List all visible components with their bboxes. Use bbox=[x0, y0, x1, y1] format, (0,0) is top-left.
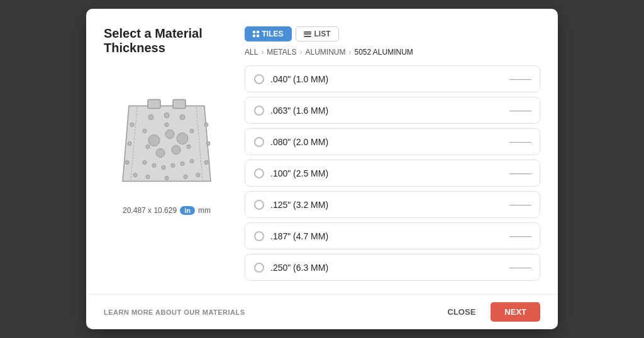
thickness-left: .125" (3.2 MM) bbox=[254, 200, 328, 210]
price-dash: —— bbox=[509, 198, 531, 211]
svg-point-16 bbox=[152, 164, 156, 168]
svg-rect-2 bbox=[173, 100, 186, 109]
breadcrumb: ALL › METALS › ALUMINUM › 5052 ALUMINUM bbox=[245, 48, 540, 57]
svg-point-34 bbox=[196, 173, 200, 177]
material-thickness-modal: Select a Material Thickness bbox=[86, 9, 558, 329]
footer-buttons: CLOSE NEXT bbox=[439, 302, 540, 322]
close-button[interactable]: CLOSE bbox=[439, 303, 485, 320]
thickness-label: .187" (4.7 MM) bbox=[270, 231, 328, 241]
thickness-item[interactable]: .080" (2.0 MM) —— bbox=[245, 128, 540, 155]
svg-point-13 bbox=[143, 129, 147, 133]
thickness-left: .063" (1.6 MM) bbox=[254, 106, 328, 116]
next-button[interactable]: NEXT bbox=[491, 302, 540, 322]
radio-circle bbox=[254, 200, 264, 210]
thickness-label: .080" (2.0 MM) bbox=[270, 137, 328, 147]
unit-mm[interactable]: mm bbox=[198, 206, 211, 215]
radio-circle bbox=[254, 106, 264, 116]
thickness-label: .250" (6.3 MM) bbox=[270, 263, 328, 273]
thickness-left: .187" (4.7 MM) bbox=[254, 231, 328, 241]
svg-point-8 bbox=[148, 135, 160, 146]
breadcrumb-active: 5052 ALUMINUM bbox=[355, 48, 413, 57]
part-dimensions: 20.487 x 10.629 in mm bbox=[123, 206, 211, 215]
list-label: LIST bbox=[314, 30, 331, 38]
breadcrumb-sep-1: › bbox=[261, 48, 264, 57]
svg-point-19 bbox=[180, 162, 184, 166]
thickness-item[interactable]: .125" (3.2 MM) —— bbox=[245, 191, 540, 218]
breadcrumb-sep-2: › bbox=[299, 48, 302, 57]
price-dash: —— bbox=[509, 229, 531, 243]
modal-body: Select a Material Thickness bbox=[86, 9, 558, 294]
svg-point-11 bbox=[156, 149, 165, 158]
modal-title: Select a Material Thickness bbox=[104, 26, 230, 55]
left-panel: Select a Material Thickness bbox=[104, 26, 230, 284]
svg-point-33 bbox=[184, 175, 187, 179]
breadcrumb-all[interactable]: ALL bbox=[245, 48, 258, 57]
svg-point-6 bbox=[164, 113, 169, 118]
svg-point-7 bbox=[180, 115, 185, 120]
view-toggle: TILES LIST bbox=[245, 26, 540, 41]
radio-circle bbox=[254, 137, 264, 147]
svg-point-21 bbox=[190, 129, 194, 133]
radio-circle bbox=[254, 263, 264, 273]
svg-point-24 bbox=[130, 123, 134, 127]
thickness-item[interactable]: .040" (1.0 MM) —— bbox=[245, 65, 540, 92]
svg-point-27 bbox=[204, 123, 208, 127]
price-dash: —— bbox=[509, 261, 531, 274]
tiles-label: TILES bbox=[262, 30, 284, 38]
thickness-list: .040" (1.0 MM) —— .063" (1.6 MM) —— .080… bbox=[245, 65, 540, 284]
price-dash: —— bbox=[509, 135, 531, 148]
price-dash: —— bbox=[509, 72, 531, 85]
svg-point-22 bbox=[187, 145, 191, 149]
breadcrumb-metals[interactable]: METALS bbox=[267, 48, 296, 57]
thickness-left: .080" (2.0 MM) bbox=[254, 137, 328, 147]
svg-point-31 bbox=[146, 175, 150, 179]
unit-badge-in[interactable]: in bbox=[180, 206, 195, 215]
thickness-item[interactable]: .063" (1.6 MM) —— bbox=[245, 97, 540, 124]
part-preview bbox=[107, 85, 226, 199]
list-icon bbox=[304, 31, 311, 37]
list-toggle-button[interactable]: LIST bbox=[296, 26, 339, 41]
svg-point-14 bbox=[146, 145, 150, 149]
radio-circle bbox=[254, 168, 264, 178]
price-dash: —— bbox=[509, 166, 531, 180]
thickness-label: .125" (3.2 MM) bbox=[270, 200, 328, 210]
svg-rect-1 bbox=[148, 100, 160, 109]
right-panel: TILES LIST ALL › METALS › ALUMINUM › 505… bbox=[245, 26, 540, 284]
thickness-item[interactable]: .250" (6.3 MM) —— bbox=[245, 254, 540, 281]
modal-footer: LEARN MORE ABOUT OUR MATERIALS CLOSE NEX… bbox=[86, 294, 558, 329]
svg-point-12 bbox=[172, 146, 180, 155]
dimensions-value: 20.487 x 10.629 bbox=[123, 206, 177, 215]
thickness-item[interactable]: .100" (2.5 MM) —— bbox=[245, 160, 540, 187]
svg-point-5 bbox=[148, 115, 153, 120]
price-dash: —— bbox=[509, 104, 531, 117]
svg-point-10 bbox=[177, 133, 188, 144]
svg-point-23 bbox=[165, 123, 169, 127]
svg-point-28 bbox=[206, 142, 210, 146]
thickness-left: .250" (6.3 MM) bbox=[254, 263, 328, 273]
part-svg bbox=[113, 92, 220, 192]
thickness-left: .100" (2.5 MM) bbox=[254, 168, 328, 178]
thickness-label: .040" (1.0 MM) bbox=[270, 74, 328, 84]
svg-point-29 bbox=[204, 161, 208, 165]
svg-point-9 bbox=[165, 130, 174, 139]
thickness-label: .100" (2.5 MM) bbox=[270, 168, 328, 178]
svg-point-15 bbox=[143, 161, 147, 165]
learn-more-link[interactable]: LEARN MORE ABOUT OUR MATERIALS bbox=[104, 308, 245, 316]
svg-point-18 bbox=[171, 164, 175, 168]
radio-circle bbox=[254, 231, 264, 241]
thickness-left: .040" (1.0 MM) bbox=[254, 74, 328, 84]
tiles-icon bbox=[253, 31, 259, 37]
svg-point-30 bbox=[133, 173, 137, 177]
svg-point-26 bbox=[125, 161, 129, 165]
svg-point-20 bbox=[190, 160, 194, 163]
breadcrumb-sep-3: › bbox=[349, 48, 352, 57]
breadcrumb-aluminum[interactable]: ALUMINUM bbox=[305, 48, 345, 57]
svg-point-17 bbox=[162, 166, 165, 170]
svg-point-32 bbox=[165, 177, 169, 180]
thickness-label: .063" (1.6 MM) bbox=[270, 106, 328, 116]
tiles-toggle-button[interactable]: TILES bbox=[245, 26, 292, 41]
svg-point-25 bbox=[128, 142, 131, 146]
radio-circle bbox=[254, 74, 264, 84]
thickness-item[interactable]: .187" (4.7 MM) —— bbox=[245, 222, 540, 249]
